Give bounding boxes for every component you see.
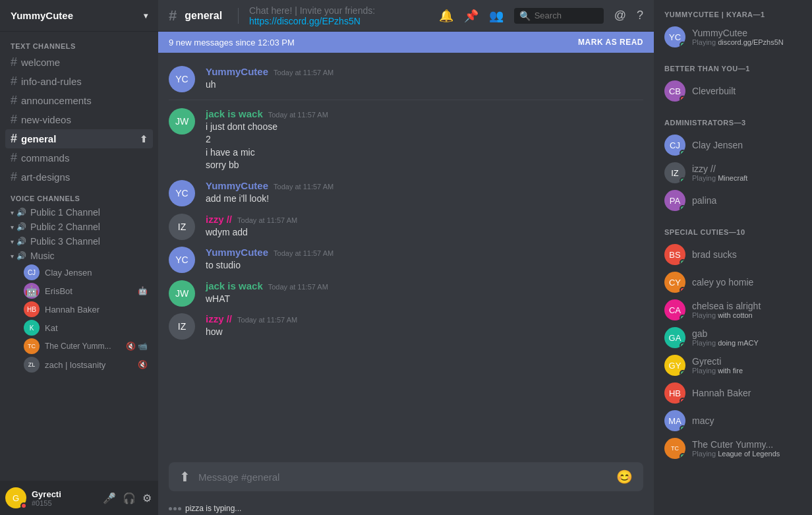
message-username[interactable]: jack is wack <box>206 108 263 119</box>
channel-name: welcome <box>21 57 60 68</box>
bell-icon[interactable]: 🔔 <box>439 9 453 23</box>
member-avatar: HB <box>664 382 685 404</box>
member-item-cuter-yummy[interactable]: TC The Cuter Yummy... Playing League of … <box>659 435 807 462</box>
member-item-cleverbuilt[interactable]: CB Cleverbuilt <box>659 78 807 104</box>
member-item-palina[interactable]: PA palina <box>659 187 807 214</box>
voice-member-icons: 🔇 📹 <box>126 342 148 351</box>
avatar[interactable]: YC <box>169 247 195 273</box>
voice-chevron-icon: ▾ <box>11 209 14 216</box>
voice-member-name: zach | lostsanity <box>45 360 105 370</box>
member-info: Cleverbuilt <box>692 86 801 96</box>
message-header: jack is wack Today at 11:57 AM <box>206 280 643 291</box>
message-username[interactable]: YummyCutee <box>206 66 268 77</box>
message-content: izzy // Today at 11:57 AM how <box>206 313 643 339</box>
channel-item-commands[interactable]: # commands <box>5 148 153 167</box>
message-group: IZ izzy // Today at 11:57 AM wdym add <box>158 211 654 242</box>
avatar[interactable]: YC <box>169 180 195 206</box>
avatar[interactable]: YC <box>169 66 195 92</box>
channel-item-new-videos[interactable]: # new-videos <box>5 110 153 129</box>
member-item-clay-jensen[interactable]: CJ Clay Jensen <box>659 132 807 158</box>
message-content: YummyCutee Today at 11:57 AM uh <box>206 66 643 92</box>
member-activity: Playing with cotton <box>692 311 801 319</box>
member-avatar: GA <box>664 327 685 348</box>
member-item-izzy[interactable]: IZ izzy // Playing Minecraft <box>659 160 807 186</box>
member-item-macy[interactable]: MA macy <box>659 408 807 434</box>
pin-icon[interactable]: 📌 <box>464 9 478 23</box>
member-item-chelsea[interactable]: CA chelsea is alright Playing with cotto… <box>659 297 807 323</box>
voice-channel-public3[interactable]: ▾ 🔊 Public 3 Channel <box>5 234 153 249</box>
hash-icon: # <box>11 170 17 184</box>
message-content: YummyCutee Today at 11:57 AM to studio <box>206 247 643 272</box>
invite-link[interactable]: https://discord.gg/EPzhs5N <box>249 16 361 26</box>
message-text: how <box>206 326 643 339</box>
member-item-gab[interactable]: GA gab Playing doing mACY <box>659 324 807 351</box>
voice-member-hannah-baker[interactable]: HB Hannah Baker <box>5 300 153 318</box>
message-username[interactable]: izzy // <box>206 313 232 324</box>
member-info: YummyCutee Playing discord.gg/EPzhs5N <box>692 28 801 46</box>
search-input[interactable] <box>535 11 598 20</box>
member-info: gab Playing doing mACY <box>692 328 801 347</box>
headset-icon[interactable]: 🎧 <box>121 491 137 506</box>
avatar[interactable]: JW <box>169 280 195 307</box>
member-item-hannah-baker[interactable]: HB Hannah Baker <box>659 380 807 406</box>
mark-as-read-button[interactable]: MARK AS READ <box>578 38 643 47</box>
channel-item-info-and-rules[interactable]: # info-and-rules <box>5 72 153 91</box>
member-item-brad-sucks[interactable]: BS brad sucks <box>659 241 807 268</box>
voice-member-cuter-yumm[interactable]: TC The Cuter Yumm... 🔇 📹 <box>5 337 153 355</box>
status-dot <box>680 425 685 431</box>
attach-icon[interactable]: ⬆ <box>179 469 190 485</box>
message-header: izzy // Today at 11:57 AM <box>206 313 643 324</box>
message-timestamp: Today at 11:57 AM <box>268 283 328 291</box>
new-messages-text: 9 new messages since 12:03 PM <box>169 38 295 47</box>
member-avatar: CB <box>664 80 685 102</box>
message-content: jack is wack Today at 11:57 AM i just do… <box>206 108 643 172</box>
avatar[interactable]: IZ <box>169 313 195 340</box>
mic-icon[interactable]: 🎤 <box>102 491 117 506</box>
message-text: i just dont choose <box>206 121 643 134</box>
message-username[interactable]: izzy // <box>206 214 232 225</box>
member-info: caley yo homie <box>692 277 801 288</box>
voice-channel-music[interactable]: ▾ 🔊 Music <box>5 249 153 263</box>
message-username[interactable]: YummyCutee <box>206 180 268 191</box>
user-panel-avatar[interactable]: G <box>5 487 26 508</box>
channel-header: # general Chat here! | Invite your frien… <box>158 0 654 32</box>
voice-chevron-icon: ▾ <box>11 224 14 231</box>
voice-member-kat[interactable]: K Kat <box>5 318 153 337</box>
voice-channel-public1[interactable]: ▾ 🔊 Public 1 Channel <box>5 205 153 220</box>
message-username[interactable]: jack is wack <box>206 280 263 291</box>
members-section-better: BETTER THAN YOU—1 CB Cleverbuilt <box>654 54 812 108</box>
voice-member-clay-jensen[interactable]: CJ Clay Jensen <box>5 263 153 282</box>
server-header[interactable]: YummyCutee ▾ <box>0 0 158 32</box>
emoji-icon[interactable]: 😊 <box>616 469 633 485</box>
member-item-caley[interactable]: CY caley yo homie <box>659 269 807 295</box>
at-icon[interactable]: @ <box>614 9 626 22</box>
member-name: Cleverbuilt <box>692 86 801 96</box>
upload-icon[interactable]: ⬆ <box>140 134 148 144</box>
hash-icon: # <box>11 75 17 88</box>
avatar[interactable]: IZ <box>169 214 195 240</box>
voice-member-avatar: TC <box>24 338 40 354</box>
message-username[interactable]: YummyCutee <box>206 247 268 258</box>
member-name: palina <box>692 195 801 206</box>
voice-icon: 🔊 <box>16 222 26 231</box>
help-icon[interactable]: ? <box>637 9 643 22</box>
voice-member-zach[interactable]: ZL zach | lostsanity 🔇 <box>5 355 153 374</box>
message-text: uh <box>206 78 643 92</box>
voice-channel-public2[interactable]: ▾ 🔊 Public 2 Channel <box>5 220 153 234</box>
member-item-gyrecti[interactable]: GY Gyrecti Playing with fire <box>659 352 807 379</box>
voice-member-erisbot[interactable]: 🤖 ErisBot 🤖 <box>5 282 153 300</box>
search-bar[interactable]: 🔍 <box>514 8 604 24</box>
message-input[interactable] <box>198 471 616 483</box>
typing-text: pizza is typing... <box>185 504 241 513</box>
member-info: chelsea is alright Playing with cotton <box>692 301 801 319</box>
avatar[interactable]: JW <box>169 108 195 135</box>
messages-container[interactable]: YC YummyCutee Today at 11:57 AM uh JW ja… <box>158 53 654 462</box>
channel-item-art-designs[interactable]: # art-designs <box>5 167 153 187</box>
message-text: wdym add <box>206 226 643 239</box>
members-icon[interactable]: 👥 <box>489 9 504 23</box>
member-item-yummycutee[interactable]: YC YummyCutee Playing discord.gg/EPzhs5N <box>659 24 807 50</box>
settings-icon[interactable]: ⚙ <box>141 491 153 506</box>
channel-item-announcements[interactable]: # announcements <box>5 91 153 110</box>
channel-item-general[interactable]: # general ⬆ <box>5 129 153 148</box>
channel-item-welcome[interactable]: # welcome <box>5 53 153 72</box>
